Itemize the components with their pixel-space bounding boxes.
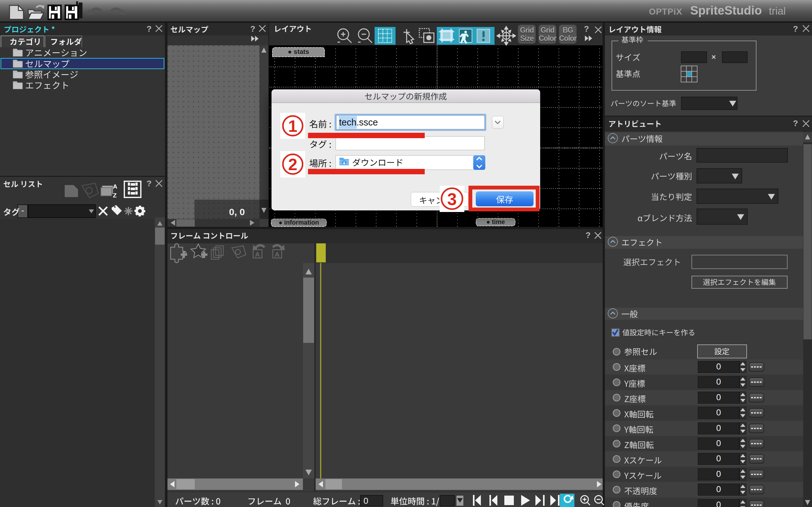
svg-text:3: 3	[447, 189, 457, 209]
svg-text:2: 2	[288, 155, 298, 174]
svg-text:1: 1	[288, 117, 298, 135]
